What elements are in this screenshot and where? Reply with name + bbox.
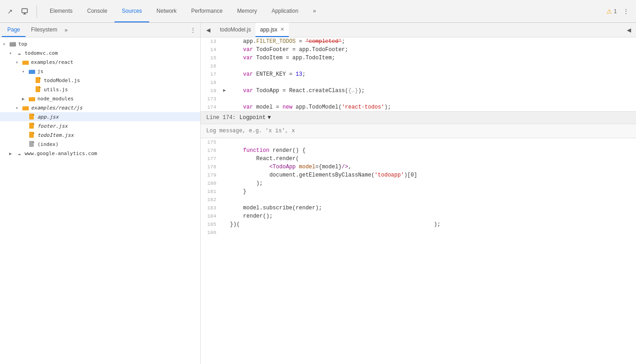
logpoint-dropdown-arrow[interactable]: ▼ — [267, 114, 271, 122]
sidebar-tab-filesystem[interactable]: Filesystem — [26, 23, 63, 37]
code-line-184: 184 render(); — [201, 212, 636, 220]
inspect-icon[interactable] — [18, 5, 31, 18]
tab-network[interactable]: Network — [149, 0, 184, 22]
svg-rect-15 — [29, 98, 35, 101]
folder-icon — [9, 40, 16, 47]
tree-arrow: ▾ — [16, 60, 22, 65]
logpoint-overlay: Line 174: Logpoint ▼ — [201, 111, 636, 138]
file-icon-yellow — [35, 77, 42, 84]
tab-close-icon[interactable]: ✕ — [280, 26, 284, 32]
tree-arrow-expanded2: ▾ — [16, 105, 22, 110]
svg-rect-10 — [29, 70, 35, 74]
folder-icon-yellow — [22, 58, 29, 66]
sidebar-tab-more[interactable]: » — [64, 27, 68, 33]
tree-item-js[interactable]: ▾ js — [0, 67, 200, 76]
logpoint-line-label: Line 174: — [206, 114, 236, 122]
devtools-icons: ↗ — [4, 5, 37, 18]
file-icon-yellow5 — [28, 113, 36, 120]
tree-label-todomodel: todoModel.js — [44, 78, 80, 83]
tree-item-appjsx[interactable]: app.jsx — [0, 112, 200, 121]
file-icon-yellow6 — [28, 122, 36, 130]
code-line-181: 181 } — [201, 187, 636, 196]
logpoint-input[interactable] — [206, 127, 631, 135]
code-line-179: 179 document.getElementsByClassName('tod… — [201, 171, 636, 179]
tree-label-top: top — [18, 41, 27, 47]
tab-more[interactable]: » — [306, 0, 323, 22]
editor-tab-todomodel[interactable]: todoModel.js — [215, 23, 255, 37]
tree-arrow: ▾ — [22, 69, 28, 74]
svg-rect-2 — [24, 13, 25, 14]
code-line-17: 17 var ENTER_KEY = 13; — [201, 70, 636, 78]
svg-rect-1 — [23, 14, 26, 15]
tree-label-utils: utils.js — [44, 87, 68, 93]
svg-rect-7 — [22, 61, 29, 65]
code-line-177: 177 React.render( — [201, 155, 636, 163]
tree-item-top[interactable]: ▾ top — [0, 39, 200, 48]
tab-performance[interactable]: Performance — [184, 0, 230, 22]
code-line-175: 175 — [201, 138, 636, 146]
tree-arrow: ▾ — [9, 51, 16, 56]
tab-application[interactable]: Application — [264, 0, 306, 22]
code-line-19: 19 ▶ var TodoApp = React.createClass({…}… — [201, 87, 636, 95]
top-tabs: Elements Console Sources Network Perform… — [42, 0, 606, 22]
tree-item-google-analytics[interactable]: ▶ ☁ www.google-analytics.com — [0, 149, 200, 158]
tree-item-examples-react[interactable]: ▾ examples/react — [0, 57, 200, 67]
logpoint-type: Logpoint ▼ — [240, 114, 271, 122]
cloud-icon2: ☁ — [16, 150, 23, 157]
sidebar-action-btn[interactable]: ⋮ — [188, 25, 198, 36]
code-line-14: 14 var TodoFooter = app.TodoFooter; — [201, 46, 636, 54]
tree-label-todoitemjsx: todoItem.jsx — [37, 132, 73, 138]
folder-icon-blue — [28, 68, 36, 75]
tree-item-node-modules[interactable]: ▶ node_modules — [0, 94, 200, 103]
tree-item-examples-react-js[interactable]: ▾ examples/react/js — [0, 103, 200, 112]
code-line-15: 15 var TodoItem = app.TodoItem; — [201, 54, 636, 62]
folder-icon-yellow4 — [22, 104, 29, 111]
tree-item-footerjsx[interactable]: footer.jsx — [0, 121, 200, 130]
more-menu-icon[interactable]: ⋮ — [620, 5, 632, 18]
tree-label-node-modules: node_modules — [37, 96, 73, 102]
sidebar-tabs: Page Filesystem » ⋮ — [0, 23, 200, 37]
sidebar-tab-page[interactable]: Page — [2, 23, 26, 37]
code-line-173: 173 — [201, 95, 636, 103]
tab-elements[interactable]: Elements — [42, 0, 80, 22]
svg-rect-4 — [10, 42, 12, 43]
code-line-180: 180 ); — [201, 179, 636, 187]
tab-console[interactable]: Console — [80, 0, 115, 22]
editor-tab-collapse[interactable]: ◀ — [623, 25, 634, 36]
tree-label-todomvc: todomvc.com — [25, 50, 58, 56]
tree-item-todomodel[interactable]: todoModel.js — [0, 76, 200, 85]
code-line-13: 13 app.FILTER_TODOS = 'completed'; — [201, 37, 636, 46]
tree-item-todomvc[interactable]: ▾ ☁ todomvc.com — [0, 48, 200, 57]
editor-tabs: ◀ todoModel.js app.jsx ✕ ◀ — [201, 23, 636, 37]
file-icon-yellow7 — [28, 131, 36, 139]
tree-item-utils[interactable]: utils.js — [0, 85, 200, 94]
tree-arrow-collapsed: ▶ — [22, 96, 28, 101]
sidebar-tree: ▾ top ▾ ☁ todomvc.com ▾ examples/react — [0, 37, 200, 364]
tab-sources[interactable]: Sources — [115, 0, 149, 22]
tree-label-examples-react: examples/react — [31, 59, 73, 65]
code-line-185: 185 })(); — [201, 220, 636, 229]
file-icon-grey — [28, 140, 36, 148]
editor-area: ◀ todoModel.js app.jsx ✕ ◀ 13 app.FILTER… — [201, 23, 636, 364]
code-line-18: 18 — [201, 78, 636, 87]
code-line-178: 178 <TodoApp model={model}/>, — [201, 163, 636, 171]
editor-tab-appjsx[interactable]: app.jsx ✕ — [255, 23, 289, 37]
code-editor[interactable]: 13 app.FILTER_TODOS = 'completed'; 14 va… — [201, 37, 636, 364]
tree-label-footerjsx: footer.jsx — [37, 123, 68, 129]
tree-item-todoitemjsx[interactable]: todoItem.jsx — [0, 130, 200, 140]
svg-rect-0 — [22, 9, 27, 13]
code-line-176: 176 function render() { — [201, 146, 636, 155]
tree-label-appjsx: app.jsx — [37, 114, 58, 120]
tree-arrow-collapsed2: ▶ — [9, 151, 16, 156]
sidebar: Page Filesystem » ⋮ ▾ top ▾ ☁ — [0, 23, 201, 364]
tree-item-index[interactable]: (index) — [0, 140, 200, 149]
tab-memory[interactable]: Memory — [230, 0, 264, 22]
tree-label-js: js — [37, 68, 43, 74]
file-icon-yellow2 — [35, 86, 42, 93]
cursor-icon[interactable]: ↗ — [4, 5, 16, 18]
warning-badge[interactable]: ⚠ 1 — [606, 8, 617, 15]
tree-label-google-analytics: www.google-analytics.com — [25, 151, 97, 156]
code-line-186: 186 — [201, 229, 636, 237]
tree-arrow: ▾ — [3, 42, 9, 47]
editor-tab-back[interactable]: ◀ — [203, 25, 214, 36]
